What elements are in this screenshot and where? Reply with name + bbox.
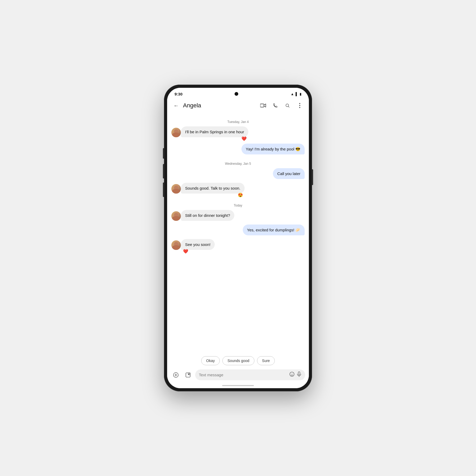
message-input[interactable] xyxy=(199,373,287,377)
message-bubble-received: Sounds good. Talk to you soon. 😍 xyxy=(181,183,245,194)
phone-frame: 9:30 ← Angela xyxy=(164,85,312,391)
message-text: I'll be in Palm Springs in one hour xyxy=(185,130,244,134)
message-row: See you soon! ❤️ xyxy=(171,239,305,250)
date-divider-3: Today xyxy=(171,204,305,207)
svg-point-7 xyxy=(290,372,294,377)
message-row: Call you later xyxy=(171,168,305,179)
message-bubble-received: See you soon! ❤️ xyxy=(181,239,215,250)
messages-area[interactable]: Tuesday, Jan 4 I'll be in Palm Springs i… xyxy=(167,114,309,354)
message-row: Sounds good. Talk to you soon. 😍 xyxy=(171,183,305,194)
message-bubble-received: Still on for dinner tonight? xyxy=(181,210,234,221)
message-text: Sounds good. Talk to you soon. xyxy=(185,186,240,190)
battery-icon xyxy=(300,91,301,96)
bubble-wrap: See you soon! ❤️ xyxy=(181,239,215,250)
reaction-emoji: ❤️ xyxy=(183,249,188,254)
bubble-wrap: Yay! I'm already by the pool 😎 xyxy=(241,144,305,154)
avatar xyxy=(171,128,181,137)
message-row: Yay! I'm already by the pool 😎 xyxy=(171,144,305,154)
add-icon xyxy=(173,372,179,378)
text-input-area[interactable] xyxy=(195,369,305,380)
app-bar: ← Angela xyxy=(167,98,309,114)
camera-notch xyxy=(235,92,238,96)
message-bubble-received: I'll be in Palm Springs in one hour ❤️ xyxy=(181,126,248,137)
quick-reply-sounds-good[interactable]: Sounds good xyxy=(222,356,254,365)
emoji-button[interactable] xyxy=(289,372,295,378)
bubble-wrap: Yes, excited for dumplings! 🥟 xyxy=(243,225,305,235)
quick-replies: Okay Sounds good Sure xyxy=(167,354,309,367)
wifi-icon xyxy=(291,91,294,96)
mic-button[interactable] xyxy=(297,372,301,378)
date-divider-2: Wednesday, Jan 5 xyxy=(171,162,305,166)
silent-button xyxy=(163,148,164,159)
power-button xyxy=(312,169,313,185)
add-button[interactable] xyxy=(171,370,181,380)
back-button[interactable]: ← xyxy=(171,101,181,110)
quick-reply-okay[interactable]: Okay xyxy=(201,356,220,365)
svg-point-8 xyxy=(291,374,292,374)
quick-reply-sure[interactable]: Sure xyxy=(257,356,275,365)
date-divider-1: Tuesday, Jan 4 xyxy=(171,120,305,124)
mic-icon xyxy=(297,372,301,377)
phone-screen: 9:30 ← Angela xyxy=(167,88,309,388)
svg-point-9 xyxy=(292,374,293,374)
message-text: Call you later xyxy=(277,171,300,176)
svg-rect-0 xyxy=(260,104,264,107)
reaction-emoji: ❤️ xyxy=(241,137,247,141)
contact-name: Angela xyxy=(183,102,258,109)
bubble-wrap: Still on for dinner tonight? xyxy=(181,210,234,221)
bubble-wrap: I'll be in Palm Springs in one hour ❤️ xyxy=(181,126,248,137)
status-time: 9:30 xyxy=(175,92,182,96)
signal-icon xyxy=(296,91,298,96)
status-icons xyxy=(291,91,301,96)
phone-icon xyxy=(273,103,278,108)
avatar xyxy=(171,240,181,250)
app-bar-actions xyxy=(258,100,305,111)
avatar xyxy=(171,211,181,221)
message-text: Still on for dinner tonight? xyxy=(185,213,230,218)
avatar xyxy=(171,184,181,194)
phone-call-button[interactable] xyxy=(270,100,280,111)
message-text: See you soon! xyxy=(185,242,210,247)
message-text: Yay! I'm already by the pool 😎 xyxy=(246,147,300,151)
reaction-emoji: 😍 xyxy=(238,193,243,197)
more-options-button[interactable] xyxy=(295,100,305,111)
message-text: Yes, excited for dumplings! 🥟 xyxy=(247,228,300,232)
bubble-wrap: Sounds good. Talk to you soon. 😍 xyxy=(181,183,245,194)
volume-down-button xyxy=(163,182,164,197)
sticker-button[interactable] xyxy=(183,370,193,380)
home-bar xyxy=(222,385,254,386)
message-row: Yes, excited for dumplings! 🥟 xyxy=(171,225,305,235)
svg-point-3 xyxy=(299,105,300,106)
svg-rect-10 xyxy=(298,372,300,375)
input-bar xyxy=(167,367,309,383)
search-button[interactable] xyxy=(282,100,292,111)
back-arrow-icon: ← xyxy=(173,103,179,109)
message-row: Still on for dinner tonight? xyxy=(171,210,305,221)
message-bubble-sent: Yes, excited for dumplings! 🥟 xyxy=(243,225,305,235)
message-row: I'll be in Palm Springs in one hour ❤️ xyxy=(171,126,305,137)
sticker-icon xyxy=(185,372,191,378)
svg-point-2 xyxy=(299,103,300,104)
volume-up-button xyxy=(163,164,164,178)
home-indicator xyxy=(167,383,309,388)
svg-point-4 xyxy=(299,107,300,108)
message-bubble-sent: Call you later xyxy=(273,168,305,179)
emoji-icon xyxy=(289,372,295,377)
video-call-icon xyxy=(260,103,266,108)
bubble-wrap: Call you later xyxy=(273,168,305,179)
search-icon xyxy=(285,103,290,108)
more-icon xyxy=(299,103,300,108)
message-bubble-sent: Yay! I'm already by the pool 😎 xyxy=(241,144,305,154)
video-call-button[interactable] xyxy=(258,100,268,111)
status-bar: 9:30 xyxy=(167,88,309,98)
